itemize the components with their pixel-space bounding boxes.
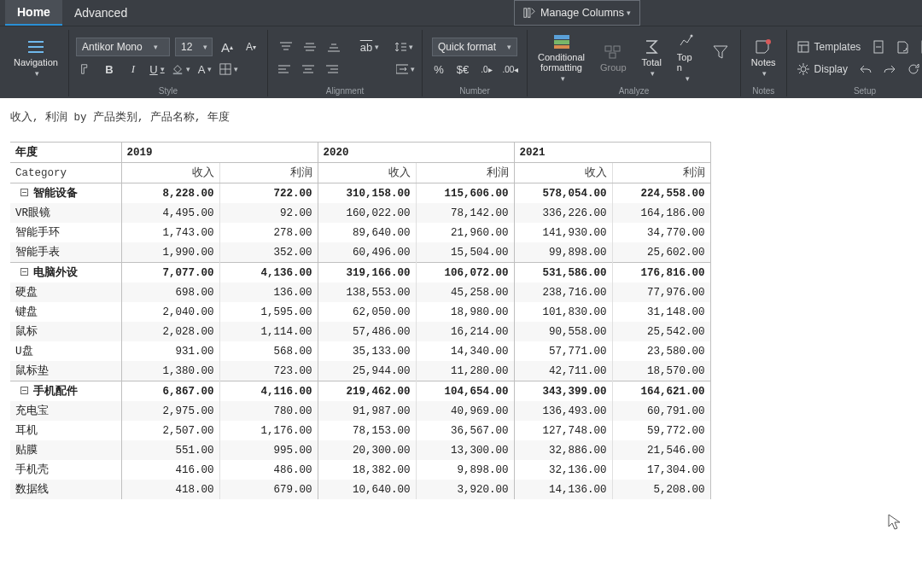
cell-value[interactable]: 77,976.00 [612, 282, 710, 302]
cell-value[interactable]: 319,166.00 [318, 263, 416, 283]
cell-value[interactable]: 25,944.00 [318, 361, 416, 381]
align-middle-button[interactable] [301, 38, 319, 56]
cell-value[interactable]: 18,980.00 [416, 302, 514, 322]
cell-value[interactable]: 18,570.00 [612, 361, 710, 381]
line-spacing-button[interactable]: ▾ [394, 38, 413, 56]
merge-button[interactable]: ▾ [396, 60, 415, 79]
cell-value[interactable]: 1,114.00 [219, 322, 318, 341]
quick-format-select[interactable]: Quick format▾ [432, 38, 517, 56]
increase-font-button[interactable]: A▴ [218, 38, 236, 56]
cell-value[interactable]: 20,300.00 [318, 440, 416, 460]
display-button[interactable]: Display [794, 60, 851, 79]
cell-value[interactable]: 91,987.00 [318, 401, 416, 421]
borders-button[interactable]: ▾ [219, 60, 238, 79]
cell-value[interactable]: 2,028.00 [121, 322, 219, 341]
measure-header[interactable]: 收入 [318, 163, 416, 183]
measure-header[interactable]: 收入 [121, 163, 219, 183]
increase-decimal-button[interactable]: .0▸ [477, 60, 496, 79]
row-label[interactable]: 键盘 [10, 302, 121, 322]
cell-value[interactable]: 224,558.00 [612, 183, 710, 204]
cell-value[interactable]: 2,507.00 [121, 421, 219, 440]
row-label[interactable]: 智能手环 [10, 223, 121, 242]
cell-value[interactable]: 89,640.00 [318, 223, 416, 242]
align-top-button[interactable] [277, 38, 295, 56]
cell-value[interactable]: 995.00 [219, 440, 318, 460]
group-row-label[interactable]: 电脑外设 [10, 263, 121, 283]
italic-button[interactable]: I [124, 60, 143, 79]
cell-value[interactable]: 1,380.00 [121, 361, 219, 381]
cell-value[interactable]: 21,960.00 [416, 223, 514, 242]
cell-value[interactable]: 418.00 [121, 480, 219, 499]
cell-value[interactable]: 568.00 [219, 341, 318, 361]
cell-value[interactable]: 4,116.00 [219, 381, 318, 402]
cell-value[interactable]: 219,462.00 [318, 381, 416, 402]
page-prev-button[interactable] [869, 38, 888, 56]
cell-value[interactable]: 14,136.00 [514, 480, 612, 499]
row-label[interactable]: 充电宝 [10, 401, 121, 421]
align-left-button[interactable] [275, 60, 294, 79]
filter-button[interactable] [708, 42, 733, 74]
font-name-select[interactable]: Antikor Mono▾ [76, 38, 170, 56]
navigation-button[interactable]: Navigation ▾ [10, 37, 61, 79]
cell-value[interactable]: 32,886.00 [514, 440, 612, 460]
row-label[interactable]: VR眼镜 [10, 203, 121, 223]
cell-value[interactable]: 722.00 [219, 183, 318, 204]
row-label[interactable]: 耳机 [10, 421, 121, 440]
collapse-icon[interactable] [20, 189, 28, 196]
year-header[interactable]: 2021 [514, 143, 710, 163]
cell-value[interactable]: 101,830.00 [514, 302, 612, 322]
cell-value[interactable]: 551.00 [121, 440, 219, 460]
cell-value[interactable]: 11,280.00 [416, 361, 514, 381]
row-label[interactable]: 硬盘 [10, 282, 121, 302]
cell-value[interactable]: 18,382.00 [318, 460, 416, 480]
cell-value[interactable]: 62,050.00 [318, 302, 416, 322]
cell-value[interactable]: 679.00 [219, 480, 318, 499]
cell-value[interactable]: 25,602.00 [612, 242, 710, 263]
cell-value[interactable]: 278.00 [219, 223, 318, 242]
decrease-font-button[interactable]: A▾ [242, 38, 260, 56]
cell-value[interactable]: 1,990.00 [121, 242, 219, 263]
templates-button[interactable]: Templates [794, 38, 865, 56]
currency-button[interactable]: $€ [453, 60, 472, 79]
cell-value[interactable]: 14,340.00 [416, 341, 514, 361]
cell-value[interactable]: 164,621.00 [612, 381, 710, 402]
cell-value[interactable]: 6,867.00 [121, 381, 219, 402]
cell-value[interactable]: 578,054.00 [514, 183, 612, 204]
cell-value[interactable]: 32,136.00 [514, 460, 612, 480]
refresh-button[interactable] [904, 60, 922, 79]
group-row-label[interactable]: 智能设备 [10, 183, 121, 204]
cell-value[interactable]: 336,226.00 [514, 203, 612, 223]
year-header[interactable]: 2020 [318, 143, 514, 163]
cell-value[interactable]: 99,898.00 [514, 242, 612, 263]
cell-value[interactable]: 4,495.00 [121, 203, 219, 223]
bold-button[interactable]: B [100, 60, 119, 79]
collapse-icon[interactable] [20, 387, 28, 394]
align-right-button[interactable] [323, 60, 341, 79]
cell-value[interactable]: 17,304.00 [612, 460, 710, 480]
cell-value[interactable]: 25,542.00 [612, 322, 710, 341]
collapse-icon[interactable] [20, 268, 28, 276]
cell-value[interactable]: 10,640.00 [318, 480, 416, 499]
cell-value[interactable]: 343,399.00 [514, 381, 612, 402]
cell-value[interactable]: 238,716.00 [514, 282, 612, 302]
cell-value[interactable]: 531,586.00 [514, 263, 612, 283]
cell-value[interactable]: 164,186.00 [612, 203, 710, 223]
cell-value[interactable]: 1,743.00 [121, 223, 219, 242]
group-row-label[interactable]: 手机配件 [10, 381, 121, 402]
row-label[interactable]: 智能手表 [10, 242, 121, 263]
wrap-text-button[interactable]: ab▾ [360, 38, 379, 56]
cell-value[interactable]: 13,300.00 [416, 440, 514, 460]
cell-value[interactable]: 352.00 [219, 242, 318, 263]
cell-value[interactable]: 59,772.00 [612, 421, 710, 440]
cell-value[interactable]: 35,133.00 [318, 341, 416, 361]
manage-columns-button[interactable]: Manage Columns▾ [514, 0, 640, 26]
cell-value[interactable]: 723.00 [219, 361, 318, 381]
cell-value[interactable]: 310,158.00 [318, 183, 416, 204]
cell-value[interactable]: 486.00 [219, 460, 318, 480]
cell-value[interactable]: 60,791.00 [612, 401, 710, 421]
cell-value[interactable]: 34,770.00 [612, 223, 710, 242]
cell-value[interactable]: 31,148.00 [612, 302, 710, 322]
underline-button[interactable]: U▾ [148, 60, 166, 79]
font-color-button[interactable]: A▾ [195, 60, 214, 79]
cell-value[interactable]: 931.00 [121, 341, 219, 361]
